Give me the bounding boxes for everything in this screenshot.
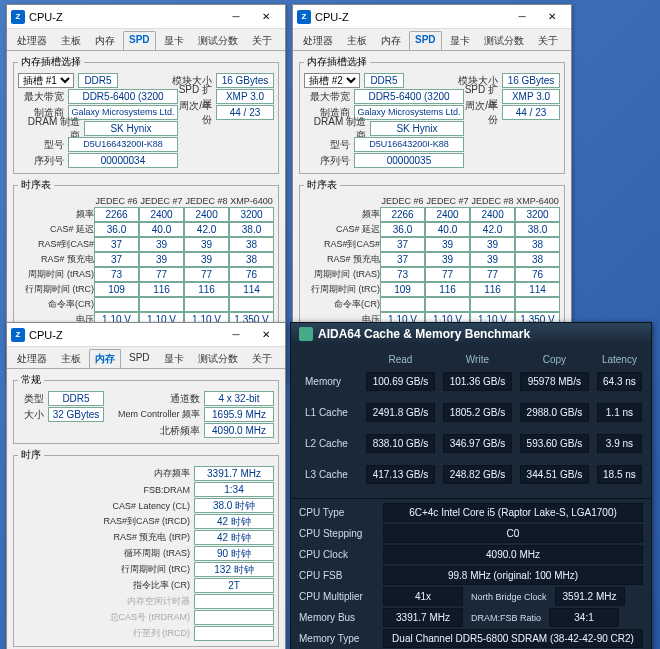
close-button[interactable]: ✕ — [251, 7, 281, 27]
timing-row-label: RAS# 预充电 — [304, 252, 380, 267]
nb-freq: 4090.0 MHz — [204, 423, 274, 438]
col-read: Read — [363, 351, 438, 368]
minimize-button[interactable]: ─ — [221, 325, 251, 345]
col-jedec6: JEDEC #6 — [380, 195, 425, 207]
tab-memory[interactable]: 内存 — [89, 349, 121, 368]
max-bw: DDR5-6400 (3200 MHz) — [354, 89, 464, 104]
timing-cell: 38.0 — [515, 222, 560, 237]
aida-cell: 101.36 GB/s — [443, 372, 512, 391]
timing-cell: 116 — [425, 282, 470, 297]
timing-cell: 2266 MHz — [380, 207, 425, 222]
tab-memory[interactable]: 内存 — [89, 31, 121, 50]
timing-row-label: 命令率(CR) — [18, 297, 94, 312]
aida-info-key2: North Bridge Clock — [467, 592, 551, 602]
titlebar[interactable]: Z CPU-Z ─✕ — [7, 323, 285, 347]
aida-info-value: Dual Channel DDR5-6800 SDRAM (38-42-42-9… — [383, 629, 643, 648]
col-xmp: XMP-6400 — [229, 195, 274, 207]
serial-label: 序列号 — [18, 154, 68, 168]
manuf: Galaxy Microsystems Ltd. — [68, 105, 178, 120]
timing-row-label: 周期时间 (tRAS) — [304, 267, 380, 282]
col-write: Write — [440, 351, 515, 368]
tab-bench[interactable]: 测试分数 — [478, 31, 530, 50]
aida-row-label: L2 Cache — [297, 432, 361, 455]
titlebar[interactable]: Z CPU-Z ─✕ — [293, 5, 571, 29]
timing-cell: 2400 MHz — [425, 207, 470, 222]
timing-row-label: CAS# 延迟 — [304, 222, 380, 237]
serial-label: 序列号 — [304, 154, 354, 168]
minimize-button[interactable]: ─ — [507, 7, 537, 27]
timing-cell — [94, 297, 139, 312]
tab-spd[interactable]: SPD — [409, 31, 442, 50]
tab-cpu[interactable]: 处理器 — [297, 31, 339, 50]
week: 44 / 23 — [502, 105, 560, 120]
slot-select[interactable]: 插槽 #1 — [18, 73, 74, 88]
tab-graphics[interactable]: 显卡 — [158, 349, 190, 368]
aida-info-key: CPU Type — [299, 507, 379, 518]
aida-info-value: 41x — [383, 587, 463, 606]
timing-cell: 2400 MHz — [184, 207, 229, 222]
tab-spd[interactable]: SPD — [123, 349, 156, 368]
tab-about[interactable]: 关于 — [532, 31, 564, 50]
aida-titlebar[interactable]: AIDA64 Cache & Memory Benchmark — [291, 323, 651, 345]
mem-row-label: 循环周期 (tRAS) — [18, 547, 194, 560]
timing-cell — [515, 297, 560, 312]
tab-bench[interactable]: 测试分数 — [192, 349, 244, 368]
mem-row-value: 38.0 时钟 — [194, 498, 274, 513]
titlebar[interactable]: Z CPU-Z ─ ✕ — [7, 5, 285, 29]
timing-cell: 37 — [94, 252, 139, 267]
timing-cell: 76 — [229, 267, 274, 282]
mem-row-label: 行周期时间 (tRC) — [18, 563, 194, 576]
module-size: 16 GBytes — [216, 73, 274, 88]
col-latency: Latency — [594, 351, 645, 368]
timing-cell: 77 — [425, 267, 470, 282]
tab-about[interactable]: 关于 — [246, 31, 278, 50]
tab-bench[interactable]: 测试分数 — [192, 31, 244, 50]
channels: 4 x 32-bit — [204, 391, 274, 406]
aida-info-key: Memory Type — [299, 633, 379, 644]
col-jedec8: JEDEC #8 — [470, 195, 515, 207]
timing-cell: 77 — [184, 267, 229, 282]
timing-cell: 116 — [139, 282, 184, 297]
mem-row-value: 42 时钟 — [194, 514, 274, 529]
close-button[interactable]: ✕ — [251, 325, 281, 345]
tab-graphics[interactable]: 显卡 — [444, 31, 476, 50]
aida-cell: 344.51 GB/s — [520, 465, 589, 484]
cpuz-icon: Z — [11, 10, 25, 24]
aida-info-value2: 34:1 — [549, 608, 619, 627]
tabs: 处理器 主板 内存 SPD 显卡 测试分数 关于 — [293, 29, 571, 51]
timing-cell: 114 — [229, 282, 274, 297]
aida-info-value: C0 — [383, 524, 643, 543]
tab-mainboard[interactable]: 主板 — [55, 31, 87, 50]
minimize-button[interactable]: ─ — [221, 7, 251, 27]
tab-cpu[interactable]: 处理器 — [11, 31, 53, 50]
timing-row-label: RAS# 预充电 — [18, 252, 94, 267]
aida-cell: 1805.2 GB/s — [443, 403, 512, 422]
tab-about[interactable]: 关于 — [246, 349, 278, 368]
tab-mainboard[interactable]: 主板 — [341, 31, 373, 50]
slot-select-group: 内存插槽选择 插槽 #2 DDR5 模块大小 16 GBytes 最大带宽DDR… — [299, 55, 565, 174]
timing-cell — [425, 297, 470, 312]
col-jedec7: JEDEC #7 — [425, 195, 470, 207]
timing-row-label: CAS# 延迟 — [18, 222, 94, 237]
close-button[interactable]: ✕ — [537, 7, 567, 27]
tab-spd[interactable]: SPD — [123, 31, 156, 50]
tab-graphics[interactable]: 显卡 — [158, 31, 190, 50]
tab-memory[interactable]: 内存 — [375, 31, 407, 50]
timing-cell: 116 — [184, 282, 229, 297]
timing-cell: 39 — [184, 237, 229, 252]
serial: 00000034 — [68, 153, 178, 168]
timing-cell: 39 — [425, 237, 470, 252]
timing-cell — [380, 297, 425, 312]
timing-cell: 42.0 — [470, 222, 515, 237]
timing-cell — [229, 297, 274, 312]
tab-mainboard[interactable]: 主板 — [55, 349, 87, 368]
tab-cpu[interactable]: 处理器 — [11, 349, 53, 368]
timing-cell: 37 — [380, 237, 425, 252]
mem-timing-group: 时序 内存频率3391.7 MHzFSB:DRAM1:34CAS# Latenc… — [13, 448, 279, 647]
timing-cell: 36.0 — [380, 222, 425, 237]
slot-select[interactable]: 插槽 #2 — [304, 73, 360, 88]
mc-label: Mem Controller 频率 — [104, 408, 204, 421]
timing-cell: 3200 MHz — [515, 207, 560, 222]
partno: D5U16643200I-K88 — [354, 137, 464, 152]
aida-row-label: L3 Cache — [297, 463, 361, 486]
